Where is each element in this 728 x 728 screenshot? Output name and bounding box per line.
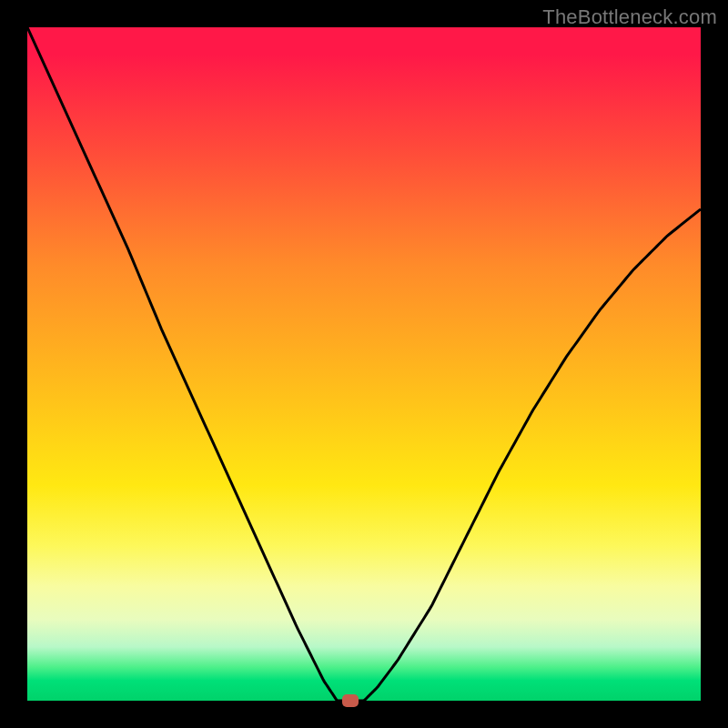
minimum-marker — [342, 694, 359, 707]
watermark-text: TheBottleneck.com — [542, 5, 717, 29]
bottleneck-curve — [27, 27, 701, 701]
chart-plot-area — [27, 27, 701, 701]
